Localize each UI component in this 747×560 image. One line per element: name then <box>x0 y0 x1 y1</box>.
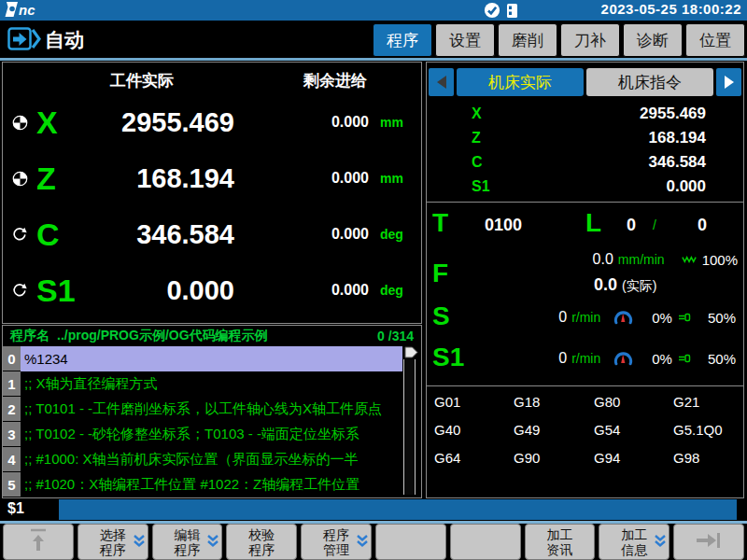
softkey-page-up[interactable] <box>3 524 74 560</box>
machine-coord-row: C 346.584 <box>427 150 743 175</box>
axis-actual-value: 0.000 <box>96 275 234 306</box>
tab-scroll-right-icon[interactable] <box>716 68 741 96</box>
line-text: ;; T0101 - -工件磨削坐标系，以工件轴心线为X轴工件原点 <box>21 397 402 422</box>
softkey-verify-program[interactable]: 校验 程序 <box>226 524 297 560</box>
mode-label: 自动 <box>45 27 84 53</box>
program-line: 2 ;; T0101 - -工件磨削坐标系，以工件轴心线为X轴工件原点 <box>3 397 421 422</box>
spindle-gauge-icon <box>613 310 633 325</box>
title-bar: 自动 程序 设置 磨削 刀补 诊断 位置 <box>0 21 747 58</box>
main-tab-bar: 程序 设置 磨削 刀补 诊断 位置 <box>373 23 745 57</box>
machine-coordinates: X 2955.469 Z 168.194 C 346.584 S1 0.000 <box>427 102 743 202</box>
softkey-label: 信息 <box>621 542 647 557</box>
softkey-machining-message[interactable]: 加工 信息 <box>599 524 669 560</box>
rotation-icon <box>3 283 36 298</box>
gcode: G49 <box>514 422 594 450</box>
axis-unit: deg <box>369 227 421 242</box>
gcode: G64 <box>434 450 514 478</box>
tool-label: T <box>432 210 448 236</box>
axis-row-c: C 346.584 0.000 deg <box>3 208 421 260</box>
line-number: 2 <box>3 397 21 422</box>
feed-override-value: 100% <box>702 252 738 268</box>
rotation-icon <box>3 227 36 242</box>
tab-machine-command[interactable]: 机床指令 <box>586 68 713 96</box>
command-input[interactable] <box>59 499 737 520</box>
softkey-machining-info[interactable]: 加工 资讯 <box>525 524 596 560</box>
softkey-page-right[interactable] <box>673 524 744 560</box>
softkey-select-program[interactable]: 选择 程序 <box>78 524 148 560</box>
program-scrollbar[interactable] <box>403 359 416 495</box>
machine-coord-row: X 2955.469 <box>427 102 743 126</box>
coord-value: 0.000 <box>511 177 706 196</box>
page-up-icon <box>26 527 50 556</box>
spindle-load-icon <box>678 353 691 364</box>
spindle-override-value: 50% <box>708 310 736 326</box>
page-right-icon <box>695 530 723 553</box>
axis-remaining-value: 0.000 <box>234 170 369 187</box>
separator-line <box>0 58 747 61</box>
spindle-speed-unit: r/min <box>571 351 600 366</box>
spindle-row-s: S 0 r/min 0% <box>427 300 743 341</box>
axis-name: S1 <box>36 274 96 306</box>
coord-axis: X <box>472 105 511 122</box>
tab-settings[interactable]: 设置 <box>435 23 495 57</box>
tab-diagnosis[interactable]: 诊断 <box>623 23 683 57</box>
spindle-load-value: 0% <box>652 310 672 326</box>
check-circle-icon <box>484 2 500 22</box>
tab-tool-comp[interactable]: 刀补 <box>560 23 620 57</box>
feed-actual-label: (实际) <box>622 278 656 295</box>
softkey-edit-program[interactable]: 编辑 程序 <box>152 524 223 560</box>
axis-unit: mm <box>369 115 421 130</box>
tab-grinding[interactable]: 磨削 <box>498 23 557 57</box>
axis-row-s1: S1 0.000 0.000 deg <box>3 264 421 316</box>
tab-position[interactable]: 位置 <box>685 23 745 57</box>
program-listing: 0 %1234 1 ;; X轴为直径编程方式 2 ;; T0101 - -工件磨… <box>3 346 421 497</box>
axis-name: C <box>36 218 96 250</box>
chevron-down-icon <box>655 534 666 551</box>
axis-row-z: Z 168.194 0.000 mm <box>3 152 421 204</box>
softkey-label: 校验 <box>248 527 275 542</box>
mdi-command-line: $1 <box>0 498 747 521</box>
scroll-position-marker-icon[interactable] <box>404 346 418 362</box>
coord-value: 346.584 <box>511 153 706 172</box>
line-text: ;; T0102 - -砂轮修整坐标系；T0103 - -端面定位坐标系 <box>21 422 402 447</box>
line-number: 4 <box>3 447 21 472</box>
gcode: G21 <box>673 394 743 422</box>
axis-name: X <box>36 106 96 138</box>
cnc-hmi-screen: nc 2023-05-25 18:00:22 <box>0 0 747 560</box>
line-number: 5 <box>3 472 21 497</box>
coord-value: 2955.469 <box>511 105 706 123</box>
storage-icon <box>507 4 517 21</box>
machine-coord-row: Z 168.194 <box>427 126 743 150</box>
softkey-label: 程序 <box>100 542 126 557</box>
chevron-down-icon <box>207 534 218 551</box>
gcode-modal-status: G01 G18 G80 G21 G40 G49 G54 G5.1Q0 G64 G… <box>427 386 743 498</box>
line-text: ;; #1000: X轴当前机床实际位置（界面显示坐标的一半 <box>21 447 402 472</box>
spindle-row-s1: S1 0 r/min 0% <box>427 341 743 382</box>
gcode: G80 <box>594 394 673 422</box>
softkey-empty-1[interactable] <box>375 524 446 560</box>
spindle-speed-value: 0 <box>558 350 567 367</box>
program-panel: 程序名 ../prog/PROG示例/OG代码编程示例 0 /314 0 %12… <box>2 325 422 498</box>
spindle-speed-value: 0 <box>558 309 567 326</box>
workpiece-coordinate-panel: 工件实际 剩余进给 X 2955.469 0.000 mm <box>2 62 422 324</box>
tool-length-separator: / <box>653 217 656 232</box>
gcode: G98 <box>673 450 743 478</box>
spindle-load-icon <box>678 312 691 323</box>
softkey-empty-2[interactable] <box>450 524 521 560</box>
coord-axis: C <box>472 154 511 171</box>
feed-value: 0.0 <box>593 251 613 268</box>
tab-scroll-left-icon[interactable] <box>429 68 454 96</box>
tab-program[interactable]: 程序 <box>373 23 432 57</box>
spindle-override-value: 50% <box>708 351 736 367</box>
axis-remaining-value: 0.000 <box>234 114 369 131</box>
spindle-label: S1 <box>432 344 464 371</box>
program-line: 4 ;; #1000: X轴当前机床实际位置（界面显示坐标的一半 <box>3 447 421 472</box>
program-line-current: 0 %1234 <box>3 346 421 371</box>
softkey-label: 程序 <box>323 527 349 542</box>
tab-machine-actual[interactable]: 机床实际 <box>457 68 584 96</box>
axis-actual-value: 168.194 <box>96 163 234 194</box>
softkey-program-manage[interactable]: 程序 管理 <box>301 524 372 560</box>
feed-override-icon <box>682 255 698 264</box>
gcode: G54 <box>594 422 673 450</box>
tool-number: 0100 <box>485 216 522 235</box>
